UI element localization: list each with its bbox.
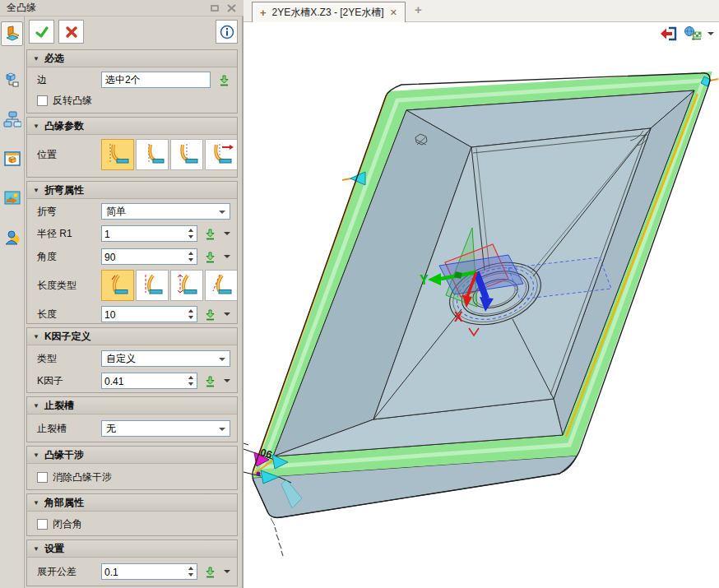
- import-value-icon[interactable]: [204, 308, 216, 321]
- chevron-down-icon: [219, 358, 225, 361]
- section-flange-params: ▼凸缘参数 位置: [26, 117, 238, 178]
- import-selection-icon[interactable]: [218, 74, 230, 86]
- spin-up-icon[interactable]: [185, 250, 196, 257]
- import-value-icon[interactable]: [204, 566, 216, 578]
- ok-button[interactable]: [29, 20, 54, 44]
- document-tab-active[interactable]: + 2YE水槽X.Z3 - [2YE水槽] ✕: [252, 2, 406, 22]
- flange-position-4-icon: [208, 142, 234, 167]
- spin-down-icon[interactable]: [185, 381, 196, 387]
- bend-type-dropdown[interactable]: 简单: [101, 203, 230, 220]
- flatten-tolerance-input[interactable]: [102, 565, 188, 580]
- handle-anchor-dot: [257, 472, 261, 476]
- chevron-down-icon: [219, 211, 225, 214]
- edge-selection-input[interactable]: [101, 72, 211, 88]
- close-corner-checkbox[interactable]: [37, 519, 48, 530]
- sidebar-item-history-tree[interactable]: [1, 107, 23, 132]
- model-viewport[interactable]: Y X 90: [244, 22, 719, 588]
- length-type-3-button[interactable]: [170, 270, 203, 301]
- exit-environment-icon[interactable]: [660, 25, 678, 42]
- user-role-icon: [3, 229, 21, 247]
- spin-down-icon[interactable]: [185, 234, 196, 240]
- visualization-icon: [3, 189, 21, 207]
- collapse-icon: ▼: [33, 123, 39, 130]
- sidebar-item-visualization[interactable]: [1, 186, 23, 211]
- section-flange-params-header[interactable]: ▼凸缘参数: [27, 118, 237, 135]
- spin-up-icon[interactable]: [185, 308, 196, 314]
- new-tab-button[interactable]: +: [415, 2, 422, 16]
- edge-label: 边: [37, 73, 101, 87]
- cancel-button[interactable]: [58, 20, 84, 44]
- remove-interference-checkbox[interactable]: [37, 472, 48, 483]
- close-icon[interactable]: [227, 4, 236, 12]
- chevron-down-icon[interactable]: [224, 232, 230, 235]
- dialog-title: 全凸缘: [7, 1, 36, 15]
- radius-stepper[interactable]: [101, 225, 197, 242]
- info-button[interactable]: [216, 20, 238, 44]
- model-canvas[interactable]: Y X 90: [244, 22, 719, 588]
- k-factor-input[interactable]: [102, 374, 188, 389]
- position-option-4-button[interactable]: [205, 139, 238, 170]
- tool-sidebar: [0, 16, 25, 588]
- spin-up-icon[interactable]: [185, 227, 196, 234]
- sidebar-item-sheet-metal-flange[interactable]: [1, 21, 23, 46]
- reverse-flange-checkbox[interactable]: [37, 95, 48, 106]
- length-stepper[interactable]: [101, 306, 197, 322]
- flatten-tolerance-label: 展开公差: [37, 565, 101, 579]
- flatten-tolerance-stepper[interactable]: [101, 563, 197, 580]
- angle-stepper[interactable]: [101, 248, 197, 265]
- spin-up-icon[interactable]: [185, 565, 196, 572]
- dialog-toolbar: [29, 20, 238, 44]
- angle-label: 角度: [37, 250, 101, 264]
- dialog-titlebar[interactable]: 全凸缘: [0, 0, 244, 16]
- sidebar-item-datum-browser[interactable]: [1, 67, 23, 92]
- section-settings-header[interactable]: ▼设置: [27, 540, 237, 558]
- angle-input[interactable]: [102, 250, 188, 265]
- position-option-3-button[interactable]: [170, 139, 203, 170]
- chevron-down-icon[interactable]: [224, 255, 230, 258]
- section-required-header[interactable]: ▼必选: [27, 50, 237, 67]
- section-bend-props-header[interactable]: ▼折弯属性: [27, 182, 237, 199]
- length-type-1-button[interactable]: [101, 270, 134, 301]
- radius-input[interactable]: [102, 227, 188, 242]
- section-relief-header[interactable]: ▼止裂槽: [27, 397, 237, 414]
- import-value-icon[interactable]: [204, 251, 216, 263]
- spin-down-icon[interactable]: [185, 314, 196, 321]
- position-option-2-button[interactable]: [136, 139, 169, 170]
- chevron-down-icon[interactable]: [224, 379, 230, 382]
- datum-leader-annotation: [271, 518, 283, 556]
- chevron-down-icon[interactable]: [707, 32, 714, 35]
- render-target-icon[interactable]: [683, 25, 703, 42]
- import-value-icon[interactable]: [204, 375, 216, 387]
- position-option-1-button[interactable]: [101, 139, 134, 170]
- radius-label: 半径 R1: [37, 227, 101, 241]
- spin-up-icon[interactable]: [185, 374, 196, 381]
- length-type-2-button[interactable]: [136, 270, 169, 301]
- chevron-down-icon[interactable]: [224, 570, 230, 573]
- length-type-1-icon: [104, 273, 131, 298]
- datum-browser-icon: [3, 71, 21, 89]
- relief-dropdown[interactable]: 无: [101, 420, 230, 437]
- section-title: 设置: [44, 542, 64, 556]
- tab-close-icon[interactable]: ✕: [390, 7, 397, 18]
- k-factor-stepper[interactable]: [101, 373, 197, 389]
- import-value-icon[interactable]: [204, 228, 216, 240]
- section-corner-header[interactable]: ▼角部属性: [27, 494, 237, 512]
- section-interference-header[interactable]: ▼凸缘干涉: [27, 447, 237, 464]
- length-type-3-icon: [174, 273, 200, 298]
- section-title: K因子定义: [44, 330, 91, 344]
- position-label: 位置: [37, 148, 101, 162]
- restore-icon[interactable]: [211, 4, 220, 12]
- chevron-down-icon[interactable]: [224, 313, 230, 316]
- k-type-dropdown[interactable]: 自定义: [101, 350, 230, 367]
- collapse-icon: ▼: [33, 545, 39, 553]
- x-icon: [65, 25, 78, 39]
- sidebar-item-user-role[interactable]: [1, 225, 23, 250]
- k-type-value: 自定义: [106, 352, 136, 366]
- spin-down-icon[interactable]: [185, 572, 196, 578]
- length-input[interactable]: [102, 308, 188, 322]
- close-corner-label: 闭合角: [53, 517, 82, 531]
- section-k-factor-header[interactable]: ▼K因子定义: [27, 328, 237, 345]
- spin-down-icon[interactable]: [185, 257, 196, 263]
- length-type-4-button[interactable]: [205, 270, 238, 301]
- sidebar-item-view-window[interactable]: [1, 146, 23, 171]
